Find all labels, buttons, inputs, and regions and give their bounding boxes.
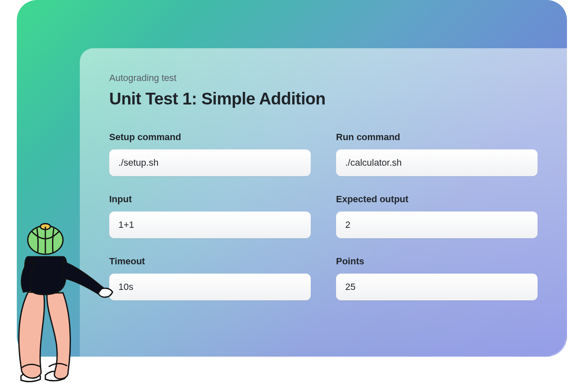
field-run-command: Run command — [336, 132, 538, 176]
field-points: Points — [336, 256, 538, 300]
field-input: Input — [109, 194, 311, 238]
label-expected-output: Expected output — [336, 194, 538, 205]
input-expected-output[interactable] — [336, 211, 538, 238]
form-panel: Autograding test Unit Test 1: Simple Add… — [80, 48, 567, 357]
input-setup-command[interactable] — [109, 149, 311, 176]
label-setup-command: Setup command — [109, 132, 311, 143]
input-run-command[interactable] — [336, 149, 538, 176]
field-expected-output: Expected output — [336, 194, 538, 238]
input-points[interactable] — [336, 274, 538, 300]
label-timeout: Timeout — [109, 256, 311, 267]
panel-title: Unit Test 1: Simple Addition — [109, 89, 538, 108]
panel-eyebrow: Autograding test — [109, 73, 538, 83]
label-input: Input — [109, 194, 311, 205]
gradient-card: Autograding test Unit Test 1: Simple Add… — [17, 0, 567, 357]
label-points: Points — [336, 256, 538, 267]
field-setup-command: Setup command — [109, 132, 311, 176]
form-grid: Setup command Run command Input Expected… — [109, 132, 538, 300]
field-timeout: Timeout — [109, 256, 311, 300]
label-run-command: Run command — [336, 132, 538, 143]
input-timeout[interactable] — [109, 274, 311, 300]
input-input[interactable] — [109, 211, 311, 238]
